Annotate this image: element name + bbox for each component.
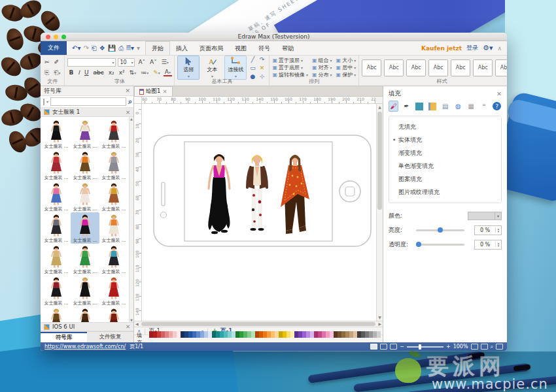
library-tab-文件恢复[interactable]: 文件恢复: [87, 332, 133, 342]
document-tab-close-icon[interactable]: ✕: [162, 88, 167, 95]
library-scrollbar[interactable]: ▲▼: [129, 117, 133, 322]
color-icon[interactable]: [415, 101, 425, 112]
paste-icon[interactable]: ⎗▾: [52, 69, 61, 76]
section2-close-icon[interactable]: ✕: [126, 323, 130, 330]
brightness-slider[interactable]: [416, 229, 464, 231]
freeform-tool-icon[interactable]: ✕: [260, 65, 265, 71]
presentation-view-icon[interactable]: [390, 344, 397, 350]
outline-view-icon[interactable]: [380, 344, 387, 350]
library-thumb[interactable]: 女士服装 ...: [71, 244, 99, 275]
library-thumb[interactable]: 女士服装 ...: [99, 118, 128, 150]
redo-icon[interactable]: ↷: [83, 44, 88, 52]
search-icon[interactable]: ⌕: [128, 97, 132, 106]
drawing-page[interactable]: [142, 104, 376, 321]
style-preset-7[interactable]: Abc: [495, 59, 507, 76]
fill-icon[interactable]: 🖌: [389, 101, 398, 112]
library-thumb[interactable]: 女士服装 ...: [42, 150, 71, 181]
zoom-window-button[interactable]: [61, 35, 66, 39]
document-tab[interactable]: 绘图1 ✕: [134, 86, 173, 96]
rectangle-tool-icon[interactable]: ▭: [250, 65, 256, 71]
arc-tool-icon[interactable]: ↷: [260, 56, 265, 63]
fill-option-实体填充[interactable]: 实体填充: [389, 133, 501, 146]
fill-option-图片或纹理填充[interactable]: 图片或纹理填充: [389, 186, 501, 199]
close-window-button[interactable]: [46, 35, 50, 39]
italic-icon[interactable]: I: [77, 69, 81, 76]
arrange-大小[interactable]: ▣大小▾: [336, 57, 356, 64]
library-thumb[interactable]: 女士服装 ...: [42, 181, 71, 212]
comment-icon[interactable]: ❝: [479, 101, 489, 112]
arrange-居中[interactable]: ▣居中▾: [336, 64, 356, 71]
fit-page-icon[interactable]: [471, 344, 478, 350]
import-icon[interactable]: ⎗: [92, 44, 97, 52]
library-thumb[interactable]: 女士服装 ...: [42, 212, 71, 244]
style-preset-4[interactable]: Abc: [428, 59, 448, 76]
ribbon-tab-页面布局[interactable]: 页面布局: [194, 42, 229, 55]
font-family-select[interactable]: ▾: [67, 58, 116, 67]
library-thumb[interactable]: 女士服装 ...: [99, 275, 128, 306]
fill-option-图案填充[interactable]: 图案填充: [389, 172, 501, 186]
shrink-font-icon[interactable]: A˅: [148, 59, 158, 65]
ribbon-tab-插入[interactable]: 插入: [170, 42, 194, 55]
bullet-list-icon[interactable]: ≔▾: [139, 69, 150, 76]
collapse-ribbon-icon[interactable]: ∧: [497, 45, 502, 52]
arrange-置于底层[interactable]: ▣置于底层▾: [272, 64, 308, 71]
format-painter-icon[interactable]: ✂: [43, 59, 51, 65]
file-menu-button[interactable]: 文件: [41, 41, 67, 55]
style-preset-5[interactable]: Abc: [451, 59, 470, 76]
find-icon[interactable]: ⌕: [491, 344, 493, 350]
horizontal-scrollbar-thumb[interactable]: [141, 322, 376, 326]
vertical-scrollbar[interactable]: ▲ ▼: [376, 104, 383, 321]
help-icon[interactable]: ?: [492, 101, 502, 112]
ribbon-tab-符号[interactable]: 符号: [252, 42, 276, 55]
print-icon[interactable]: ⎙: [118, 44, 124, 52]
line-tool-icon[interactable]: ╱: [251, 56, 254, 63]
grid-icon[interactable]: [481, 344, 488, 350]
library-thumb[interactable]: 女士服装 ...: [42, 244, 71, 275]
vertical-scrollbar-thumb[interactable]: [377, 112, 382, 210]
line-spacing-icon[interactable]: ⇅▾: [128, 69, 138, 76]
arrange-对齐[interactable]: ▣对齐▾: [312, 64, 332, 71]
font-size-select[interactable]: 10▾: [118, 58, 135, 67]
symbol-search-input[interactable]: [50, 97, 126, 106]
style-preset-6[interactable]: Abc: [473, 59, 493, 76]
settings-gear-icon[interactable]: ⚙▾: [483, 44, 493, 52]
hyperlink-icon[interactable]: ◍: [453, 101, 463, 112]
login-link[interactable]: 登录: [466, 44, 478, 52]
library-thumb[interactable]: 女士服装 ...: [42, 118, 71, 150]
library-close-icon[interactable]: ✕: [125, 88, 130, 94]
style-preset-1[interactable]: Abc: [362, 59, 381, 76]
library-thumb[interactable]: 女士服装 ...: [71, 181, 99, 212]
export-icon[interactable]: 𝄜▾: [126, 44, 134, 52]
library-tab-符号库[interactable]: 符号库: [41, 332, 87, 342]
select-tool-button[interactable]: 选择▾: [177, 56, 200, 80]
title-bar[interactable]: Edraw Max (Testversion): [41, 33, 507, 41]
font-color-icon[interactable]: A▾: [164, 69, 172, 76]
fill-option-无填充[interactable]: 无填充: [389, 120, 501, 133]
library-thumb[interactable]: 女士服装 ...: [99, 181, 128, 212]
highlight-icon[interactable]: ✎▾: [152, 69, 162, 76]
connector-tool-button[interactable]: 连接线▾: [224, 56, 247, 80]
undo-icon[interactable]: ↶▾: [72, 44, 80, 52]
brightness-spinner[interactable]: 0 %▴▾: [474, 225, 502, 235]
library-thumb[interactable]: 女士服装 ...: [42, 306, 71, 322]
library-thumb[interactable]: 女士服装 ...: [99, 244, 128, 275]
library-category-dropdown[interactable]: ▾: [46, 99, 48, 104]
picture-icon[interactable]: ❖: [99, 44, 105, 52]
copy-icon[interactable]: ⎘: [43, 69, 50, 76]
superscript-icon[interactable]: x²: [118, 69, 126, 76]
arrange-置于顶层[interactable]: ▣置于顶层▾: [272, 57, 308, 64]
section-close-icon[interactable]: ✕: [126, 109, 130, 116]
fill-panel-close-icon[interactable]: ✕: [496, 90, 502, 97]
library-thumb[interactable]: 女士服装 ...: [42, 275, 71, 306]
text-tool-button[interactable]: A 文本▾: [201, 56, 223, 79]
edrawsoft-link[interactable]: https://www.edrawsoft.com/cn/: [44, 344, 126, 350]
zoom-in-button[interactable]: +: [446, 344, 451, 350]
note-icon[interactable]: ▦: [466, 101, 476, 112]
customize-icon[interactable]: ▾: [137, 44, 140, 52]
opacity-slider[interactable]: [416, 244, 464, 246]
strikethrough-icon[interactable]: abc: [92, 69, 105, 76]
subscript-icon[interactable]: x₂: [107, 69, 116, 76]
normal-view-icon[interactable]: [370, 344, 377, 350]
library-thumb[interactable]: 女士服装 ...: [71, 150, 99, 181]
zoom-out-button[interactable]: −: [400, 344, 404, 350]
